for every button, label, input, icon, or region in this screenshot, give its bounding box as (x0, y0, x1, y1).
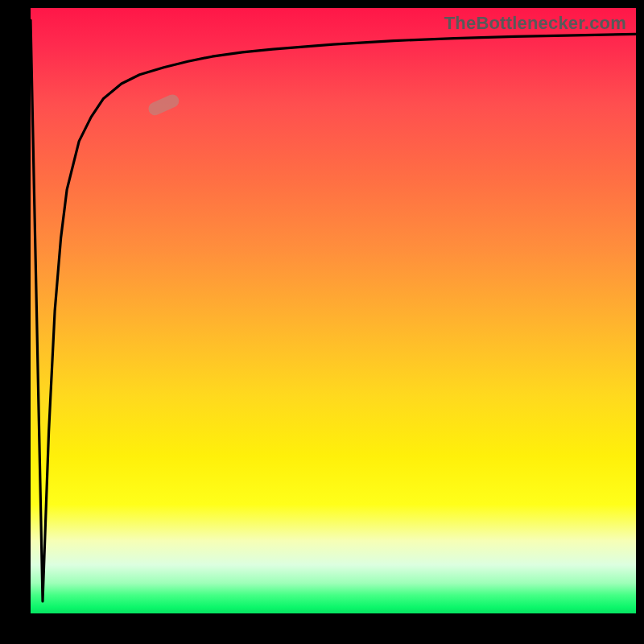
plot-area: TheBottlenecker.com (31, 8, 636, 613)
svg-rect-0 (147, 93, 181, 118)
chart-container: TheBottlenecker.com (0, 0, 644, 644)
curve-layer (31, 8, 636, 613)
highlight-marker (147, 93, 181, 118)
bottleneck-curve (31, 20, 636, 601)
